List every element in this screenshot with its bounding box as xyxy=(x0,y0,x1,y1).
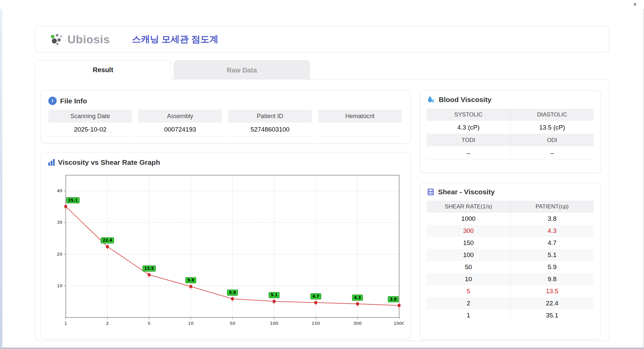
shear-viscosity-title: Shear - Viscosity xyxy=(438,188,495,196)
shear-rate-cell: 10 xyxy=(427,273,510,285)
svg-text:5.1: 5.1 xyxy=(271,293,277,297)
file-info-card: i File Info Scanning Date 2025-10-02 Ass… xyxy=(41,90,411,143)
odi-value: – xyxy=(510,146,594,160)
field-label: Patient ID xyxy=(228,110,312,122)
todi-label: TODI xyxy=(427,134,510,146)
file-info-header: i File Info xyxy=(48,97,403,105)
patient-cell: 5.1 xyxy=(510,249,594,261)
svg-text:4.3: 4.3 xyxy=(354,295,361,300)
svg-text:300: 300 xyxy=(353,321,362,326)
patient-cell: 4.3 xyxy=(510,225,594,237)
svg-text:40: 40 xyxy=(57,188,62,193)
blood-viscosity-title: Blood Viscosity xyxy=(439,96,491,104)
odi-label: ODI xyxy=(510,134,594,146)
svg-text:3.8: 3.8 xyxy=(390,297,396,302)
window-bottom-edge xyxy=(0,347,644,349)
blood-viscosity-header: Blood Viscosity xyxy=(427,95,594,104)
field-scanning-date: Scanning Date 2025-10-02 xyxy=(48,110,132,137)
field-value xyxy=(318,122,402,137)
svg-text:5.9: 5.9 xyxy=(229,290,236,295)
svg-text:2: 2 xyxy=(106,321,109,326)
titlebar: × xyxy=(0,0,644,9)
logo-text: Ubiosis xyxy=(67,33,110,46)
tab-raw-data[interactable]: Raw Data xyxy=(174,60,310,80)
info-icon: i xyxy=(48,97,57,105)
svg-text:1: 1 xyxy=(64,321,67,326)
table-row: 10 9.8 xyxy=(427,273,594,285)
table-row: 300 4.3 xyxy=(427,225,594,237)
field-value: 000724193 xyxy=(138,122,222,137)
close-icon[interactable]: × xyxy=(631,1,639,8)
svg-text:100: 100 xyxy=(270,321,278,326)
field-label: Assembly xyxy=(138,110,222,122)
shear-rate-cell: 100 xyxy=(427,249,510,261)
svg-text:50: 50 xyxy=(230,321,235,326)
window-left-edge xyxy=(0,0,2,349)
app-header: Ubiosis 스캐닝 모세관 점도계 xyxy=(35,26,609,52)
viscosity-shear-chart: 102030401251050100150300100035.122.413.5… xyxy=(48,171,404,330)
tab-result[interactable]: Result xyxy=(35,60,171,80)
svg-text:13.5: 13.5 xyxy=(144,266,154,271)
shear-rate-cell: 1000 xyxy=(427,213,510,225)
shear-rate-cell: 50 xyxy=(427,261,510,273)
viscosity-graph-card: Viscosity vs Shear Rate Graph 1020304012… xyxy=(41,152,411,339)
blood-viscosity-card: Blood Viscosity SYSTOLIC DIASTOLIC 4.3 (… xyxy=(420,90,601,173)
logo-dots-icon xyxy=(49,32,65,46)
field-value: 2025-10-02 xyxy=(48,122,132,137)
shear-rate-cell: 2 xyxy=(427,297,510,309)
svg-text:5: 5 xyxy=(148,321,150,326)
field-hematocrit: Hematocrit xyxy=(318,110,402,137)
app-content: Ubiosis 스캐닝 모세관 점도계 Result Raw Data i Fi… xyxy=(35,26,609,341)
table-row: 1000 3.8 xyxy=(427,213,594,225)
svg-text:10: 10 xyxy=(188,321,194,326)
svg-text:10: 10 xyxy=(57,283,62,288)
table-row: 50 5.9 xyxy=(427,261,594,273)
graph-header: Viscosity vs Shear Rate Graph xyxy=(48,158,403,166)
field-label: Hematocrit xyxy=(318,110,402,122)
table-row: 2 22.4 xyxy=(427,297,594,309)
water-drops-icon xyxy=(427,95,435,104)
field-patient-id: Patient ID 52748603100 xyxy=(228,110,312,137)
patient-cell: 13.5 xyxy=(510,285,594,297)
field-value: 52748603100 xyxy=(228,122,312,137)
shear-rate-cell: 5 xyxy=(427,285,510,297)
svg-text:22.4: 22.4 xyxy=(103,238,112,243)
patient-cell: 35.1 xyxy=(510,309,594,321)
diastolic-value: 13.5 (cP) xyxy=(510,121,594,134)
table-row: 1 35.1 xyxy=(427,309,594,321)
page-title: 스캐닝 모세관 점도계 xyxy=(132,33,218,45)
patient-cell: 4.7 xyxy=(510,237,594,249)
graph-title: Viscosity vs Shear Rate Graph xyxy=(58,158,160,166)
table-row: 5 13.5 xyxy=(427,285,594,297)
column-header-shear-rate: SHEAR RATE(1/s) xyxy=(427,201,510,213)
calculator-icon xyxy=(427,188,435,196)
table-row: 150 4.7 xyxy=(427,237,594,249)
bar-chart-icon xyxy=(48,159,55,166)
svg-text:4.7: 4.7 xyxy=(312,294,319,299)
svg-text:150: 150 xyxy=(312,321,320,326)
tab-bar: Result Raw Data xyxy=(35,60,609,79)
todi-value: – xyxy=(427,146,510,160)
patient-cell: 3.8 xyxy=(510,213,594,225)
shear-table-header: SHEAR RATE(1/s) PATIENT(cp) xyxy=(427,201,594,213)
svg-text:9.8: 9.8 xyxy=(187,278,194,283)
svg-text:35.1: 35.1 xyxy=(68,198,77,203)
diastolic-label: DIASTOLIC xyxy=(510,109,594,121)
field-label: Scanning Date xyxy=(48,110,132,122)
result-panel: i File Info Scanning Date 2025-10-02 Ass… xyxy=(35,79,609,341)
patient-cell: 5.9 xyxy=(510,261,594,273)
file-info-fields: Scanning Date 2025-10-02 Assembly 000724… xyxy=(48,110,403,137)
app-window: × Ubiosis 스캐닝 모세관 점도계 Result Raw Data xyxy=(0,0,644,349)
svg-text:20: 20 xyxy=(57,252,62,257)
column-header-patient: PATIENT(cp) xyxy=(510,201,594,213)
svg-text:30: 30 xyxy=(57,220,62,225)
shear-viscosity-header: Shear - Viscosity xyxy=(427,188,594,196)
patient-cell: 22.4 xyxy=(510,297,594,309)
shear-rate-cell: 1 xyxy=(427,309,510,321)
field-assembly: Assembly 000724193 xyxy=(138,110,222,137)
systolic-label: SYSTOLIC xyxy=(427,109,510,121)
table-row: 100 5.1 xyxy=(427,249,594,261)
systolic-value: 4.3 (cP) xyxy=(427,121,510,134)
svg-text:1000: 1000 xyxy=(393,321,404,326)
patient-cell: 9.8 xyxy=(510,273,594,285)
